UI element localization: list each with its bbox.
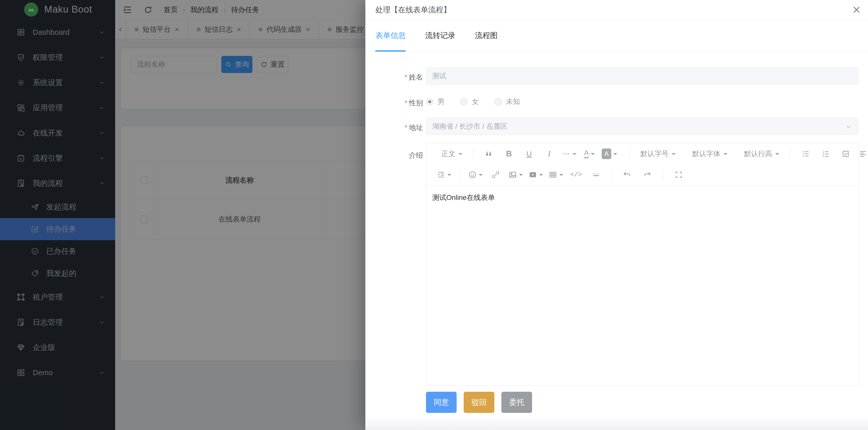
tab-form-info[interactable]: 表单信息 (375, 20, 406, 51)
toolbar-divider (663, 167, 663, 182)
delegate-button[interactable]: 委托 (501, 392, 532, 413)
drawer-tabs: 表单信息 流转记录 流程图 (365, 20, 868, 51)
toolbar-divider (611, 167, 612, 182)
caret-down-icon (723, 153, 727, 157)
caret-down-icon (672, 153, 676, 157)
image-icon[interactable] (508, 167, 524, 182)
font-family-dropdown[interactable]: 默认字体 (687, 146, 733, 161)
app-window: Maku Boot Dashboard 权限管理 系统设置 应用管理 (0, 0, 868, 430)
close-drawer-icon[interactable]: ✕ (852, 5, 861, 16)
gender-label: *性别 (368, 98, 423, 108)
agree-button[interactable]: 同意 (426, 392, 457, 413)
editor-toolbar: 正文 B U I A A 默认字号 默认字体 默认行高 123 (426, 143, 858, 185)
emoji-icon[interactable] (468, 167, 483, 182)
caret-down-icon (559, 174, 563, 178)
intro-label: 介绍 (368, 150, 423, 160)
underline-button[interactable]: U (521, 146, 537, 161)
font-size-dropdown[interactable]: 默认字号 (636, 146, 681, 161)
redo-icon[interactable] (640, 167, 655, 182)
bold-button[interactable]: B (501, 146, 517, 161)
caret-down-icon (519, 174, 523, 178)
gender-radio-group: 男 女 未知 (426, 95, 535, 109)
caret-down-icon (572, 153, 577, 157)
checklist-icon[interactable] (838, 146, 854, 161)
tab-flow-diagram[interactable]: 流程图 (475, 20, 498, 51)
bullet-list-icon[interactable] (798, 146, 813, 161)
drawer-bottom-strip (365, 416, 868, 430)
radio-circle-icon (494, 98, 502, 106)
caret-down-icon (613, 153, 617, 157)
toolbar-row-2: </> (426, 164, 858, 185)
rich-text-editor: 正文 B U I A A 默认字号 默认字体 默认行高 123 (426, 143, 859, 386)
video-icon[interactable] (528, 167, 544, 182)
toolbar-row-1: 正文 B U I A A 默认字号 默认字体 默认行高 123 (426, 143, 858, 164)
font-color-icon[interactable]: A (582, 146, 597, 161)
caret-down-icon (479, 174, 483, 178)
bg-color-icon[interactable]: A (602, 146, 617, 161)
italic-button[interactable]: I (541, 146, 557, 161)
tab-flow-records[interactable]: 流转记录 (425, 20, 455, 51)
align-icon[interactable] (858, 146, 868, 161)
drawer-title: 处理【在线表单流程】 (375, 5, 451, 15)
style-dropdown[interactable]: 正文 (436, 146, 467, 161)
quote-icon[interactable] (481, 146, 497, 161)
more-icon[interactable] (561, 146, 577, 161)
name-field[interactable] (426, 67, 859, 85)
radio-male[interactable]: 男 (426, 97, 444, 107)
address-label: *地址 (368, 123, 423, 133)
toolbar-divider (460, 167, 460, 182)
caret-down-icon (458, 153, 462, 157)
drawer-actions: 同意 驳回 委托 (426, 392, 532, 413)
radio-circle-icon (460, 98, 468, 106)
drawer-header: 处理【在线表单流程】 ✕ (365, 0, 868, 20)
code-icon[interactable]: </> (568, 167, 584, 182)
caret-down-icon (775, 153, 779, 157)
link-icon[interactable] (488, 167, 503, 182)
ordered-list-icon[interactable]: 123 (818, 146, 834, 161)
name-label: *姓名 (368, 73, 423, 82)
line-height-dropdown[interactable]: 默认行高 (739, 146, 784, 161)
table-icon[interactable] (548, 167, 564, 182)
svg-text:3: 3 (823, 154, 824, 157)
caret-down-icon (539, 174, 543, 178)
undo-icon[interactable] (619, 167, 635, 182)
divider-icon[interactable] (588, 167, 604, 182)
editor-content[interactable]: 测试Online在线表单 (426, 185, 858, 386)
indent-icon[interactable] (436, 167, 452, 182)
fullscreen-icon[interactable] (671, 167, 686, 182)
caret-down-icon (447, 174, 451, 178)
radio-unknown[interactable]: 未知 (494, 97, 520, 107)
process-drawer: 处理【在线表单流程】 ✕ 表单信息 流转记录 流程图 *姓名 *性别 男 女 (365, 0, 868, 430)
address-field[interactable] (426, 118, 859, 135)
caret-down-icon (591, 153, 595, 157)
toolbar-divider (790, 146, 790, 161)
radio-circle-icon (426, 98, 434, 106)
reject-button[interactable]: 驳回 (464, 392, 494, 413)
radio-female[interactable]: 女 (460, 97, 479, 107)
